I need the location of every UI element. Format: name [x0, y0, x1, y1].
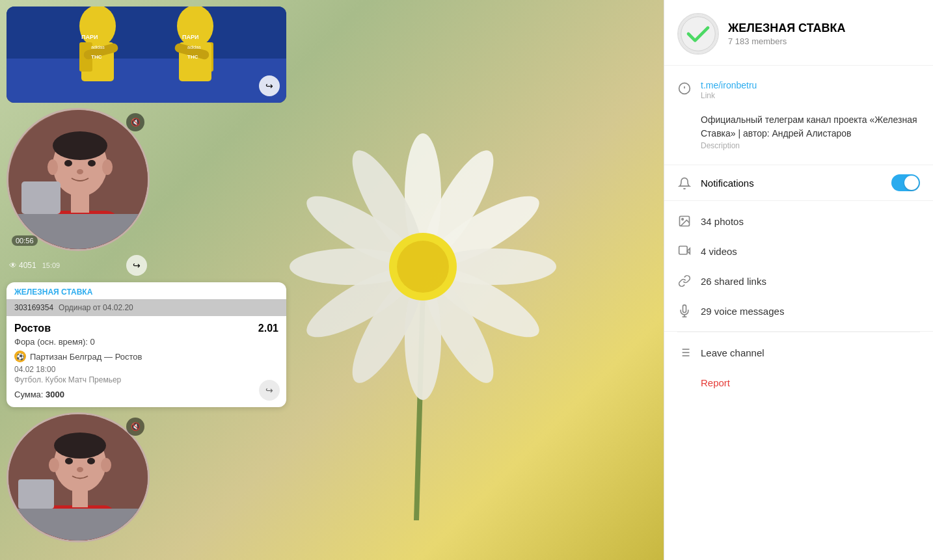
sum-value: 3000: [46, 390, 64, 399]
videos-icon: [677, 244, 692, 258]
forward-button-bet[interactable]: ↪: [259, 380, 280, 401]
videos-label: 4 videos: [701, 246, 737, 257]
channel-info: ЖЕЛЕЗНАЯ СТАВКА 7 183 members: [728, 21, 846, 46]
svg-text:adidas: adidas: [91, 45, 105, 49]
svg-point-50: [77, 467, 83, 472]
svg-point-46: [49, 458, 59, 472]
svg-rect-53: [8, 509, 150, 542]
channel-title: ЖЕЛЕЗНАЯ СТАВКА: [728, 21, 846, 35]
svg-rect-62: [679, 247, 688, 255]
notifications-row: Notifications: [664, 165, 933, 201]
description-icon-placeholder: [677, 114, 692, 129]
channel-label: ЖЕЛЕЗНАЯ СТАВКА: [7, 282, 286, 299]
video-circle-container: 🔇 00:56: [7, 108, 150, 251]
forward-button-1[interactable]: ↪: [259, 75, 280, 96]
person-video-2: [8, 110, 150, 251]
forward-button-2[interactable]: ↪: [126, 255, 147, 276]
description-content: Официальный телеграм канал проекта «Желе…: [701, 113, 920, 150]
team-icon: ⚽: [14, 351, 26, 362]
svg-point-34: [47, 159, 58, 175]
svg-text:ТНС: ТНС: [91, 54, 102, 60]
svg-text:ПАРИ: ПАРИ: [182, 34, 198, 40]
channel-description: Официальный телеграм канал проекта «Желе…: [701, 113, 920, 140]
channel-members: 7 183 members: [728, 36, 846, 46]
svg-point-17: [79, 7, 116, 47]
links-icon: [677, 274, 692, 288]
channel-header: ЖЕЛЕЗНАЯ СТАВКА 7 183 members: [664, 0, 933, 66]
bet-datetime: 04.02 18:00: [14, 365, 278, 374]
photos-label: 34 photos: [701, 216, 744, 227]
bet-id-row: 303169354 Ординар от 04.02.20: [7, 299, 286, 316]
bet-id: 303169354: [14, 303, 53, 312]
bet-type: Ординар от 04.02.20: [59, 303, 133, 312]
bet-match-row: ⚽ Партизан Белград — Ростов: [14, 351, 278, 362]
leave-channel-label: Leave channel: [701, 347, 764, 358]
bet-card: ЖЕЛЕЗНАЯ СТАВКА 303169354 Ординар от 04.…: [7, 282, 286, 407]
svg-rect-42: [21, 181, 61, 214]
bet-main-row: Ростов 2.01: [14, 323, 278, 334]
svg-point-37: [88, 160, 96, 167]
video-meta-row: 👁 4051 15:09 ↪: [7, 254, 150, 277]
flag-icon: [677, 375, 692, 390]
chat-panel: ТНС ТНС adidas adidas ПАРИ ПАРИ ↪: [0, 0, 664, 560]
video-circle-3-container: 🔇: [7, 412, 150, 542]
avatar-image: [679, 13, 718, 55]
svg-point-45: [54, 433, 106, 459]
bell-icon: [677, 176, 692, 191]
info-section: t.me/ironbetru Link Официальный телеграм…: [664, 66, 933, 165]
msg-time: 15:09: [42, 261, 61, 269]
info-icon: [677, 81, 692, 96]
messages-area: ТНС ТНС adidas adidas ПАРИ ПАРИ ↪: [0, 0, 325, 560]
svg-rect-40: [71, 193, 89, 213]
report-row[interactable]: Report: [664, 367, 933, 397]
channel-avatar: [677, 13, 719, 55]
right-panel: ЖЕЛЕЗНАЯ СТАВКА 7 183 members t.me/ironb…: [664, 0, 933, 560]
leave-channel-row[interactable]: Leave channel: [664, 338, 933, 367]
actions-section: Leave channel Report: [664, 332, 933, 403]
link-content: t.me/ironbetru Link: [701, 80, 920, 100]
svg-rect-54: [18, 479, 54, 509]
svg-text:adidas: adidas: [187, 45, 201, 49]
link-row: t.me/ironbetru Link: [677, 73, 920, 107]
mute-icon-3: 🔇: [126, 418, 144, 436]
svg-point-21: [177, 7, 213, 47]
video-duration: 00:56: [12, 235, 38, 246]
voice-icon: [677, 304, 692, 318]
report-label[interactable]: Report: [701, 377, 730, 388]
video-message-3: 🔇: [7, 412, 319, 542]
svg-text:ПАРИ: ПАРИ: [81, 34, 98, 40]
svg-point-33: [53, 131, 107, 160]
bet-card-body: Ростов 2.01 Фора (осн. время): 0 ⚽ Парти…: [7, 316, 286, 407]
notif-left: Notifications: [677, 175, 754, 191]
notifications-toggle[interactable]: [891, 174, 920, 191]
links-label: 26 shared links: [701, 276, 766, 287]
svg-point-49: [87, 458, 95, 464]
bet-match-name: Партизан Белград — Ростов: [30, 352, 142, 362]
video-thumbnail-1[interactable]: ТНС ТНС adidas adidas ПАРИ ПАРИ ↪: [7, 7, 286, 103]
players-illustration: ТНС ТНС adidas adidas ПАРИ ПАРИ: [7, 7, 286, 103]
svg-rect-52: [72, 490, 88, 507]
svg-point-35: [102, 159, 113, 175]
svg-point-47: [101, 458, 111, 472]
stat-row-voice[interactable]: 29 voice messages: [664, 296, 933, 326]
sum-label: Сумма:: [14, 390, 43, 399]
video-message-2: 🔇 00:56 👁 4051 15:09 ↪: [7, 108, 319, 277]
svg-point-48: [65, 458, 73, 464]
bet-coefficient: 2.01: [258, 323, 278, 334]
stat-row-videos[interactable]: 4 videos: [664, 236, 933, 266]
mute-icon: 🔇: [126, 113, 144, 131]
photos-icon: [677, 214, 692, 228]
description-row: Официальный телеграм канал проекта «Желе…: [677, 107, 920, 157]
notifications-label: Notifications: [701, 178, 754, 189]
channel-link[interactable]: t.me/ironbetru: [701, 80, 920, 90]
toggle-knob: [904, 176, 919, 190]
link-sublabel: Link: [701, 91, 920, 100]
bet-sum-row: Сумма: 3000: [14, 390, 278, 399]
bet-league: Футбол. Кубок Матч Премьер: [14, 375, 278, 384]
stat-row-links[interactable]: 26 shared links: [664, 266, 933, 296]
stat-row-photos[interactable]: 34 photos: [664, 206, 933, 236]
video-circle: [7, 108, 150, 251]
description-sublabel: Description: [701, 141, 920, 150]
view-count: 👁 4051 15:09: [9, 261, 60, 270]
svg-point-61: [682, 219, 684, 220]
